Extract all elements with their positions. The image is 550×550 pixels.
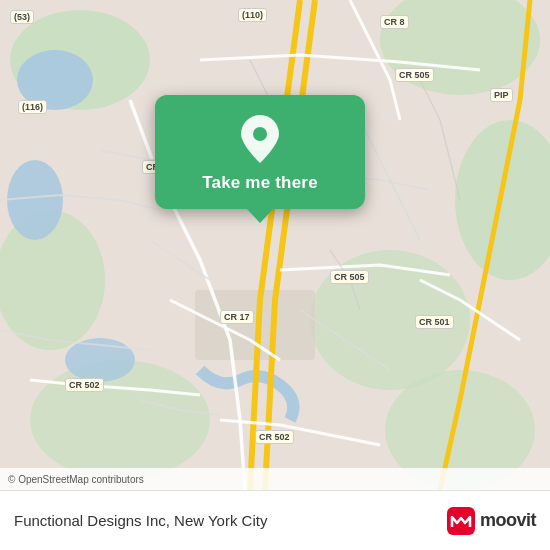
road-label-cr505a: CR 505 [395, 68, 434, 82]
footer-location-text: Functional Designs Inc, New York City [14, 512, 267, 529]
road-label-cr8: CR 8 [380, 15, 409, 29]
attribution-text: © OpenStreetMap contributors [8, 474, 144, 485]
svg-point-10 [7, 160, 63, 240]
road-label-cr502a: CR 502 [65, 378, 104, 392]
road-label-cr502b: CR 502 [255, 430, 294, 444]
map-container: (53)(110)CR 8(116)CR 505PIPCR 17CR 505CR… [0, 0, 550, 490]
moovit-brand-icon [447, 507, 475, 535]
footer-bar: Functional Designs Inc, New York City mo… [0, 490, 550, 550]
road-label-cr53: (53) [10, 10, 34, 24]
road-label-cr116: (116) [18, 100, 47, 114]
road-label-cr505b: CR 505 [330, 270, 369, 284]
take-me-there-button[interactable]: Take me there [202, 173, 318, 193]
road-label-pip: PIP [490, 88, 513, 102]
location-icon-wrap [234, 113, 286, 165]
road-label-cr17b: CR 17 [220, 310, 254, 324]
road-label-cr110: (110) [238, 8, 267, 22]
map-svg [0, 0, 550, 490]
attribution-bar: © OpenStreetMap contributors [0, 468, 550, 490]
moovit-logo[interactable]: moovit [447, 507, 536, 535]
popup-card: Take me there [155, 95, 365, 209]
moovit-brand-name: moovit [480, 510, 536, 531]
svg-point-14 [253, 127, 267, 141]
road-label-cr501: CR 501 [415, 315, 454, 329]
location-pin-icon [238, 113, 282, 165]
